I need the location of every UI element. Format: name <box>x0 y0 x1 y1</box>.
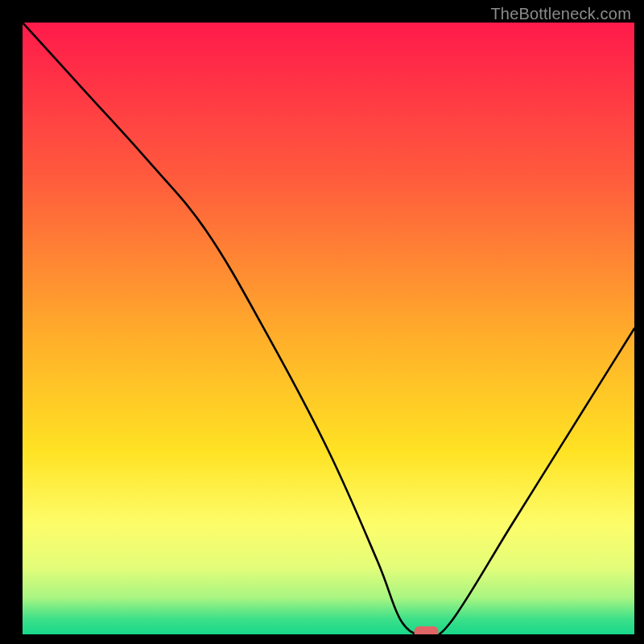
optimal-marker <box>415 626 439 634</box>
bottleneck-chart <box>23 23 634 634</box>
attribution-text: TheBottleneck.com <box>490 5 631 23</box>
chart-container: { "attribution": "TheBottleneck.com", "m… <box>0 0 644 644</box>
gradient-background <box>23 23 634 634</box>
